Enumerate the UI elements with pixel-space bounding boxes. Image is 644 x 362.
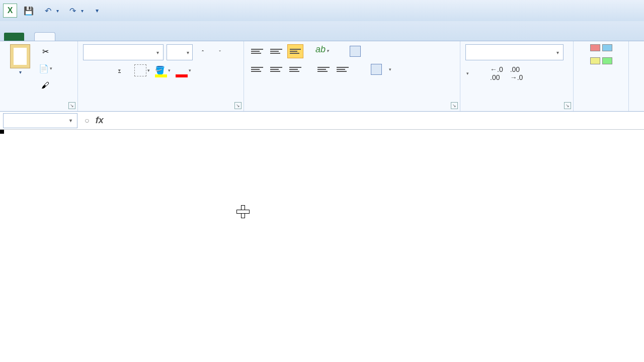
- title-bar: X 💾 ↶▾ ↷▾ ▾: [0, 0, 644, 21]
- font-name-select[interactable]: ▾: [83, 44, 164, 60]
- number-dialog-launcher[interactable]: ↘: [564, 102, 571, 109]
- wrap-text-button[interactable]: [346, 45, 368, 58]
- ribbon-tabs: [0, 21, 644, 41]
- orientation-button[interactable]: ab▾: [315, 44, 330, 58]
- number-format-select[interactable]: ▾: [465, 44, 564, 60]
- tab-file[interactable]: [4, 33, 24, 41]
- redo-dropdown[interactable]: ▾: [81, 8, 84, 14]
- tab-insert[interactable]: [55, 33, 75, 41]
- currency-button[interactable]: ▾: [465, 71, 469, 76]
- ribbon: ▾ ✂ 📄▾ 🖌 ↘ ▾ ▾ ˆ ˇ ▾ ▾ 🪣▾ ▾ ↘: [0, 41, 644, 112]
- quick-access-toolbar: 💾 ↶▾ ↷▾ ▾: [23, 5, 103, 16]
- align-left-button[interactable]: [249, 62, 265, 76]
- tab-review[interactable]: [136, 33, 156, 41]
- format-painter-icon[interactable]: 🖌: [38, 78, 52, 93]
- tab-formulas[interactable]: [96, 33, 116, 41]
- undo-dropdown[interactable]: ▾: [56, 8, 59, 14]
- fx-icon[interactable]: fx: [96, 115, 104, 126]
- alignment-dialog-launcher[interactable]: ↘: [451, 102, 458, 109]
- borders-button[interactable]: [134, 64, 146, 76]
- increase-decimal-button[interactable]: ←.0.00: [490, 65, 503, 81]
- font-dialog-launcher[interactable]: ↘: [234, 102, 242, 109]
- tab-home[interactable]: [34, 32, 55, 41]
- clipboard-dialog-launcher[interactable]: ↘: [68, 102, 75, 109]
- fill-color-button[interactable]: 🪣: [155, 65, 167, 75]
- font-color-dropdown[interactable]: ▾: [189, 68, 191, 73]
- group-font: ▾ ▾ ˆ ˇ ▾ ▾ 🪣▾ ▾ ↘: [78, 41, 244, 111]
- excel-icon[interactable]: X: [3, 4, 17, 18]
- merge-icon: [371, 64, 382, 75]
- tab-view[interactable]: [156, 33, 176, 41]
- group-label-font: [83, 109, 238, 110]
- tab-data[interactable]: [116, 33, 136, 41]
- conditional-formatting-icon: [590, 44, 612, 64]
- qat-customize-icon[interactable]: ▾: [92, 5, 103, 16]
- fill-color-dropdown[interactable]: ▾: [168, 68, 171, 73]
- group-styles: [574, 41, 629, 111]
- group-number: ▾ ▾ ←.0.00 .00→.0 ↘: [460, 41, 574, 111]
- tab-page-layout[interactable]: [75, 33, 96, 41]
- redo-icon[interactable]: ↷: [67, 5, 78, 16]
- save-icon[interactable]: 💾: [23, 5, 34, 16]
- font-color-button[interactable]: [176, 65, 188, 75]
- borders-dropdown[interactable]: ▾: [147, 68, 150, 73]
- decrease-indent-button[interactable]: [315, 62, 332, 76]
- shrink-font-button[interactable]: ˇ: [213, 45, 227, 59]
- align-right-button[interactable]: [287, 62, 303, 76]
- formula-bar-row: ▾ ○ fx: [0, 112, 644, 130]
- undo-icon[interactable]: ↶: [42, 5, 53, 16]
- increase-indent-button[interactable]: [335, 62, 351, 76]
- cut-icon[interactable]: ✂: [38, 44, 52, 58]
- grow-font-button[interactable]: ˆ: [196, 45, 210, 59]
- name-box[interactable]: ▾: [3, 113, 77, 128]
- copy-icon[interactable]: 📄▾: [38, 61, 52, 75]
- paste-button[interactable]: ▾: [5, 44, 35, 93]
- decrease-decimal-button[interactable]: .00→.0: [510, 65, 523, 81]
- align-bottom-button[interactable]: [287, 44, 303, 58]
- group-clipboard: ▾ ✂ 📄▾ 🖌 ↘: [0, 41, 78, 111]
- conditional-formatting-button[interactable]: [579, 44, 623, 74]
- merge-center-button[interactable]: ▾: [367, 63, 395, 76]
- fill-handle[interactable]: [0, 130, 4, 134]
- cell-cursor-icon: [236, 205, 249, 217]
- paste-icon: [10, 44, 30, 68]
- group-label-number: [465, 109, 568, 110]
- paste-dropdown[interactable]: ▾: [19, 69, 22, 75]
- group-label-alignment: [249, 109, 455, 110]
- selection-border: [0, 130, 3, 133]
- align-center-button[interactable]: [268, 62, 284, 76]
- align-top-button[interactable]: [249, 44, 265, 58]
- group-alignment: ab▾ ▾ ↘: [244, 41, 460, 111]
- group-label-clipboard: [5, 109, 72, 110]
- wrap-text-icon: [350, 46, 361, 57]
- align-middle-button[interactable]: [268, 44, 284, 58]
- underline-button[interactable]: ▾: [117, 68, 129, 73]
- cancel-formula-icon: ○: [85, 116, 90, 125]
- font-size-select[interactable]: ▾: [167, 44, 193, 60]
